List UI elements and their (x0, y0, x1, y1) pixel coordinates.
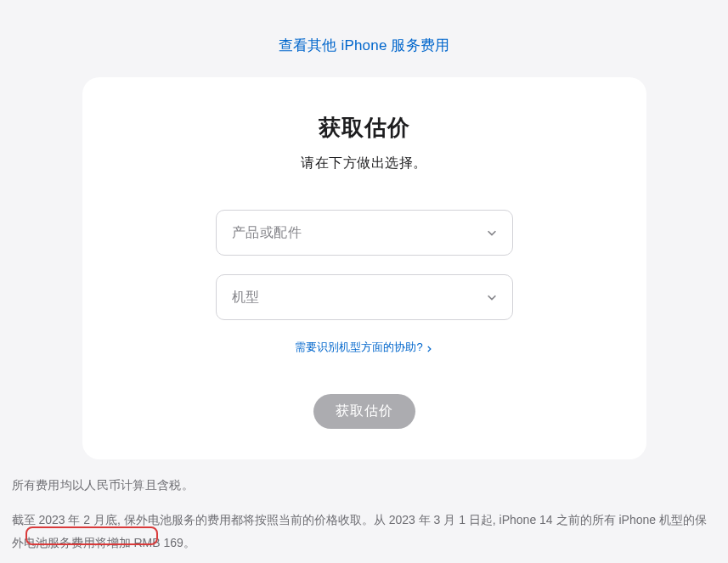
other-services-link-text: 查看其他 iPhone 服务费用 (279, 37, 450, 53)
product-select[interactable]: 产品或配件 (216, 210, 513, 256)
card-title: 获取估价 (123, 113, 606, 143)
model-select[interactable]: 机型 (216, 274, 513, 320)
footer-notes: 所有费用均以人民币计算且含税。 截至 2023 年 2 月底, 保外电池服务的费… (8, 478, 720, 554)
footer-note-price-change-text: 截至 2023 年 2 月底, 保外电池服务的费用都将按照当前的价格收取。从 2… (12, 513, 707, 549)
card-subtitle: 请在下方做出选择。 (123, 155, 606, 172)
model-select-placeholder: 机型 (232, 289, 260, 307)
product-select-placeholder: 产品或配件 (232, 224, 302, 242)
product-select-wrap: 产品或配件 (216, 210, 513, 256)
model-select-wrap: 机型 (216, 274, 513, 320)
get-estimate-button[interactable]: 获取估价 (313, 394, 415, 429)
footer-note-tax: 所有费用均以人民币计算且含税。 (12, 478, 717, 493)
identify-model-help-link[interactable]: 需要识别机型方面的协助? (295, 340, 432, 355)
chevron-right-icon (425, 343, 433, 352)
footer-note-price-change: 截至 2023 年 2 月底, 保外电池服务的费用都将按照当前的价格收取。从 2… (12, 509, 717, 554)
other-services-link[interactable]: 查看其他 iPhone 服务费用 (0, 0, 728, 77)
estimate-card: 获取估价 请在下方做出选择。 产品或配件 机型 需要识别机型方面的协助? (82, 77, 646, 459)
help-link-text: 需要识别机型方面的协助? (295, 340, 422, 355)
